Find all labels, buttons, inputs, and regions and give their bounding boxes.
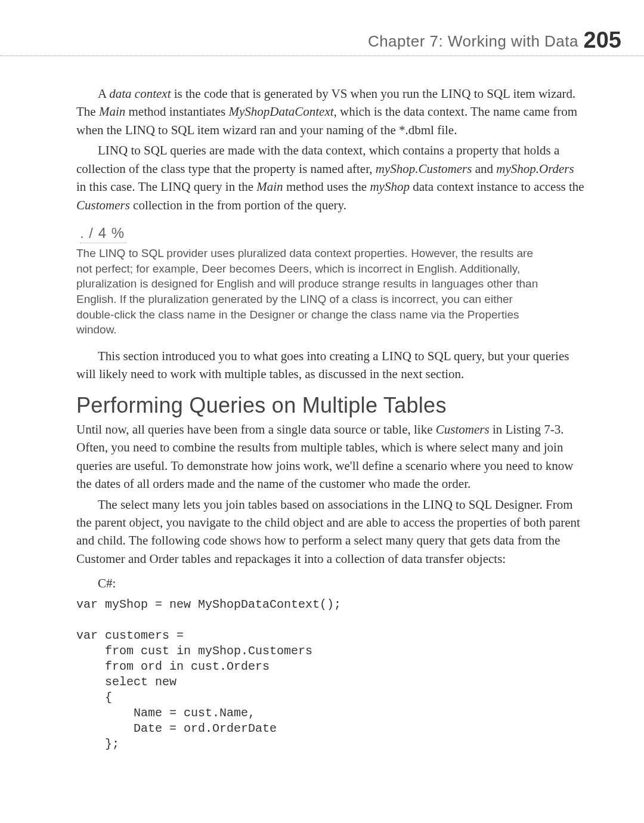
paragraph-3: This section introduced you to what goes… (76, 347, 584, 383)
code-block: var myShop = new MyShopDataContext(); va… (76, 597, 584, 752)
section-heading: Performing Queries on Multiple Tables (76, 393, 584, 418)
paragraph-2: LINQ to SQL queries are made with the da… (76, 141, 584, 214)
term-datacontext: MyShopDataContext, (228, 104, 336, 119)
text: method uses the (283, 180, 370, 194)
text: in this case. The LINQ query in the (76, 180, 256, 194)
text: collection in the from portion of the qu… (130, 198, 346, 212)
note-header: . / 4 % (80, 225, 126, 243)
term-main: Main (256, 180, 283, 194)
code-language-label: C#: (98, 576, 584, 591)
paragraph-1: A data context is the code that is gener… (76, 85, 584, 139)
text: data context instance to access the (410, 180, 584, 194)
page-header: Chapter 7: Working with Data 205 (0, 0, 644, 56)
term-myshop-orders: myShop.Orders (496, 162, 574, 176)
chapter-title: Chapter 7: Working with Data (368, 32, 578, 51)
term-main: Main (99, 104, 125, 119)
text: and (472, 162, 496, 176)
page-number: 205 (584, 27, 621, 53)
text: Until now, all queries have been from a … (76, 422, 436, 437)
page-content: A data context is the code that is gener… (0, 56, 644, 776)
note-body: The LINQ to SQL provider uses pluralized… (76, 246, 584, 338)
term-myshop-customers: myShop.Customers (376, 162, 472, 176)
term-customers: Customers (76, 198, 130, 212)
paragraph-4: Until now, all queries have been from a … (76, 420, 584, 493)
text: method instantiates (125, 104, 228, 119)
text: A (98, 86, 109, 101)
term-data-context: data context (109, 86, 171, 101)
term-myshop: myShop (370, 180, 410, 194)
paragraph-5: The select many lets you join tables bas… (76, 496, 584, 568)
term-customers: Customers (436, 422, 490, 437)
